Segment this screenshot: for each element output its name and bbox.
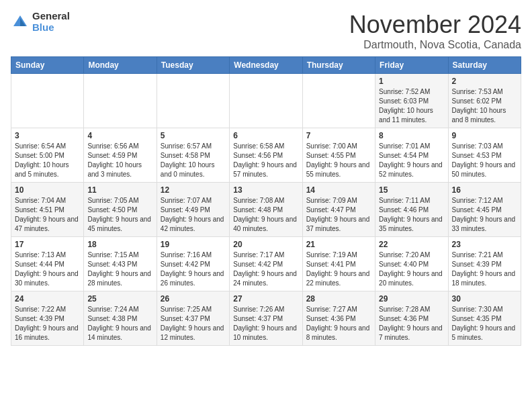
weekday-header: Friday <box>375 57 448 74</box>
day-info: Sunrise: 7:07 AM Sunset: 4:49 PM Dayligh… <box>161 196 226 234</box>
calendar-week-row: 1Sunrise: 7:52 AM Sunset: 6:03 PM Daylig… <box>11 74 521 128</box>
day-number: 9 <box>452 131 517 140</box>
logo-text: General Blue <box>32 11 70 33</box>
day-info: Sunrise: 7:26 AM Sunset: 4:37 PM Dayligh… <box>233 305 298 342</box>
day-number: 1 <box>379 77 444 86</box>
day-number: 22 <box>379 240 444 249</box>
calendar-cell: 22Sunrise: 7:20 AM Sunset: 4:40 PM Dayli… <box>375 237 448 291</box>
calendar-cell: 8Sunrise: 7:01 AM Sunset: 4:54 PM Daylig… <box>375 128 448 183</box>
day-number: 23 <box>452 240 517 249</box>
day-info: Sunrise: 7:05 AM Sunset: 4:50 PM Dayligh… <box>87 196 152 234</box>
day-number: 6 <box>233 131 298 140</box>
calendar-table: SundayMondayTuesdayWednesdayThursdayFrid… <box>11 56 521 346</box>
day-info: Sunrise: 7:17 AM Sunset: 4:42 PM Dayligh… <box>233 250 298 288</box>
day-number: 5 <box>161 131 226 140</box>
day-info: Sunrise: 7:13 AM Sunset: 4:44 PM Dayligh… <box>15 250 80 288</box>
day-info: Sunrise: 7:00 AM Sunset: 4:55 PM Dayligh… <box>306 142 371 179</box>
day-number: 3 <box>15 131 80 140</box>
calendar-cell: 25Sunrise: 7:24 AM Sunset: 4:38 PM Dayli… <box>84 291 157 346</box>
day-info: Sunrise: 7:28 AM Sunset: 4:36 PM Dayligh… <box>379 305 444 342</box>
calendar-cell: 16Sunrise: 7:12 AM Sunset: 4:45 PM Dayli… <box>448 183 521 237</box>
weekday-header: Saturday <box>448 57 521 74</box>
calendar-cell: 1Sunrise: 7:52 AM Sunset: 6:03 PM Daylig… <box>375 74 448 128</box>
title-block: November 2024 Dartmouth, Nova Scotia, Ca… <box>349 11 521 51</box>
day-info: Sunrise: 6:57 AM Sunset: 4:58 PM Dayligh… <box>161 142 226 179</box>
day-info: Sunrise: 7:04 AM Sunset: 4:51 PM Dayligh… <box>15 196 80 234</box>
calendar-cell: 28Sunrise: 7:27 AM Sunset: 4:36 PM Dayli… <box>302 291 375 346</box>
page-header: General Blue November 2024 Dartmouth, No… <box>11 11 521 51</box>
day-info: Sunrise: 7:12 AM Sunset: 4:45 PM Dayligh… <box>452 196 517 234</box>
day-number: 28 <box>306 294 371 304</box>
weekday-header-row: SundayMondayTuesdayWednesdayThursdayFrid… <box>11 57 521 74</box>
calendar-cell <box>230 74 302 128</box>
day-info: Sunrise: 7:09 AM Sunset: 4:47 PM Dayligh… <box>306 196 371 234</box>
calendar-cell: 7Sunrise: 7:00 AM Sunset: 4:55 PM Daylig… <box>302 128 375 183</box>
day-info: Sunrise: 7:16 AM Sunset: 4:42 PM Dayligh… <box>161 250 226 288</box>
day-number: 7 <box>306 131 371 140</box>
day-info: Sunrise: 7:27 AM Sunset: 4:36 PM Dayligh… <box>306 305 371 342</box>
day-info: Sunrise: 7:22 AM Sunset: 4:39 PM Dayligh… <box>15 305 80 342</box>
calendar-cell: 20Sunrise: 7:17 AM Sunset: 4:42 PM Dayli… <box>230 237 302 291</box>
calendar-cell: 3Sunrise: 6:54 AM Sunset: 5:00 PM Daylig… <box>11 128 84 183</box>
day-number: 2 <box>452 77 517 86</box>
day-info: Sunrise: 6:54 AM Sunset: 5:00 PM Dayligh… <box>15 142 80 179</box>
calendar-cell: 18Sunrise: 7:15 AM Sunset: 4:43 PM Dayli… <box>84 237 157 291</box>
day-number: 26 <box>161 294 226 304</box>
weekday-header: Sunday <box>11 57 84 74</box>
logo-blue: Blue <box>32 22 70 34</box>
calendar-week-row: 10Sunrise: 7:04 AM Sunset: 4:51 PM Dayli… <box>11 183 521 237</box>
day-info: Sunrise: 7:19 AM Sunset: 4:41 PM Dayligh… <box>306 250 371 288</box>
weekday-header: Monday <box>84 57 157 74</box>
day-info: Sunrise: 7:08 AM Sunset: 4:48 PM Dayligh… <box>233 196 298 234</box>
calendar-cell: 10Sunrise: 7:04 AM Sunset: 4:51 PM Dayli… <box>11 183 84 237</box>
day-info: Sunrise: 7:21 AM Sunset: 4:39 PM Dayligh… <box>452 250 517 288</box>
day-number: 14 <box>306 185 371 195</box>
calendar-cell: 26Sunrise: 7:25 AM Sunset: 4:37 PM Dayli… <box>157 291 229 346</box>
calendar-cell: 15Sunrise: 7:11 AM Sunset: 4:46 PM Dayli… <box>375 183 448 237</box>
day-number: 11 <box>87 185 152 195</box>
day-info: Sunrise: 7:11 AM Sunset: 4:46 PM Dayligh… <box>379 196 444 234</box>
day-info: Sunrise: 6:58 AM Sunset: 4:56 PM Dayligh… <box>233 142 298 179</box>
logo: General Blue <box>11 11 70 33</box>
day-number: 17 <box>15 240 80 249</box>
calendar-cell: 19Sunrise: 7:16 AM Sunset: 4:42 PM Dayli… <box>157 237 229 291</box>
day-info: Sunrise: 7:53 AM Sunset: 6:02 PM Dayligh… <box>452 87 517 125</box>
calendar-cell: 30Sunrise: 7:30 AM Sunset: 4:35 PM Dayli… <box>448 291 521 346</box>
day-info: Sunrise: 7:52 AM Sunset: 6:03 PM Dayligh… <box>379 87 444 125</box>
day-number: 25 <box>87 294 152 304</box>
calendar-cell <box>84 74 157 128</box>
day-number: 21 <box>306 240 371 249</box>
calendar-cell: 23Sunrise: 7:21 AM Sunset: 4:39 PM Dayli… <box>448 237 521 291</box>
day-info: Sunrise: 7:25 AM Sunset: 4:37 PM Dayligh… <box>161 305 226 342</box>
calendar-cell <box>157 74 229 128</box>
day-number: 20 <box>233 240 298 249</box>
day-number: 18 <box>87 240 152 249</box>
calendar-cell: 12Sunrise: 7:07 AM Sunset: 4:49 PM Dayli… <box>157 183 229 237</box>
day-number: 12 <box>161 185 226 195</box>
calendar-cell: 21Sunrise: 7:19 AM Sunset: 4:41 PM Dayli… <box>302 237 375 291</box>
calendar-cell: 5Sunrise: 6:57 AM Sunset: 4:58 PM Daylig… <box>157 128 229 183</box>
calendar-cell: 17Sunrise: 7:13 AM Sunset: 4:44 PM Dayli… <box>11 237 84 291</box>
day-info: Sunrise: 7:15 AM Sunset: 4:43 PM Dayligh… <box>87 250 152 288</box>
day-info: Sunrise: 7:30 AM Sunset: 4:35 PM Dayligh… <box>452 305 517 342</box>
day-number: 15 <box>379 185 444 195</box>
weekday-header: Thursday <box>302 57 375 74</box>
day-number: 30 <box>452 294 517 304</box>
day-info: Sunrise: 7:01 AM Sunset: 4:54 PM Dayligh… <box>379 142 444 179</box>
calendar-cell: 29Sunrise: 7:28 AM Sunset: 4:36 PM Dayli… <box>375 291 448 346</box>
calendar-cell: 14Sunrise: 7:09 AM Sunset: 4:47 PM Dayli… <box>302 183 375 237</box>
day-number: 8 <box>379 131 444 140</box>
calendar-cell: 4Sunrise: 6:56 AM Sunset: 4:59 PM Daylig… <box>84 128 157 183</box>
day-number: 13 <box>233 185 298 195</box>
calendar-cell: 24Sunrise: 7:22 AM Sunset: 4:39 PM Dayli… <box>11 291 84 346</box>
day-number: 10 <box>15 185 80 195</box>
logo-general: General <box>32 11 70 22</box>
calendar-cell: 11Sunrise: 7:05 AM Sunset: 4:50 PM Dayli… <box>84 183 157 237</box>
calendar-cell: 6Sunrise: 6:58 AM Sunset: 4:56 PM Daylig… <box>230 128 302 183</box>
day-info: Sunrise: 7:03 AM Sunset: 4:53 PM Dayligh… <box>452 142 517 179</box>
calendar-cell <box>302 74 375 128</box>
day-number: 24 <box>15 294 80 304</box>
calendar-cell: 9Sunrise: 7:03 AM Sunset: 4:53 PM Daylig… <box>448 128 521 183</box>
calendar-week-row: 24Sunrise: 7:22 AM Sunset: 4:39 PM Dayli… <box>11 291 521 346</box>
calendar-week-row: 3Sunrise: 6:54 AM Sunset: 5:00 PM Daylig… <box>11 128 521 183</box>
